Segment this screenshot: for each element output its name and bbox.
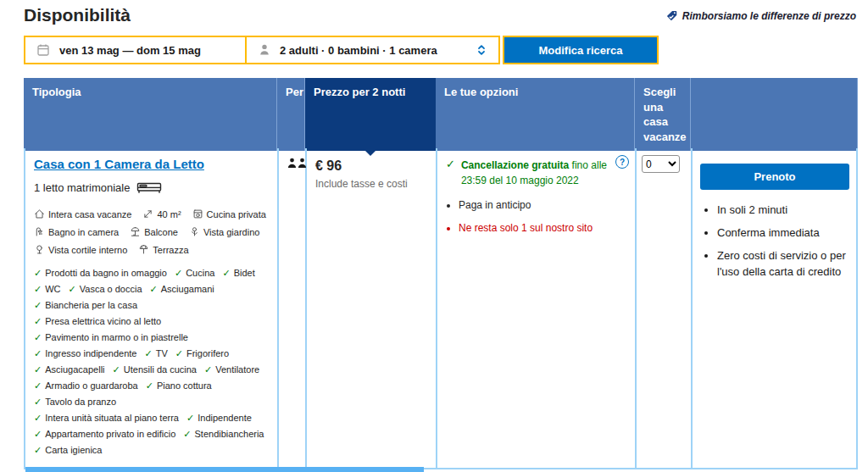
size-icon: [142, 208, 153, 219]
quantity-select[interactable]: 0: [642, 155, 680, 173]
facility-label: 40 m²: [157, 209, 181, 219]
tag-check-icon: [665, 9, 678, 22]
check-icon: ✓: [34, 397, 42, 408]
guest-icon: [298, 158, 307, 461]
amenity-line: ✓Appartamento privato in edificio✓Stendi…: [34, 429, 269, 440]
amenity-line: ✓Biancheria per la casa: [34, 300, 269, 311]
col-header-scegli: Scegli una casa vacanze: [635, 78, 691, 151]
check-icon: ✓: [150, 284, 158, 295]
courtyard-view-icon: [34, 244, 45, 255]
amenity-line: ✓WC✓Vasca o doccia✓Asciugamani: [34, 284, 269, 295]
bathroom-icon: [34, 226, 45, 237]
amenity-label: Asciugacapelli: [45, 364, 104, 375]
check-icon: ✓: [144, 348, 152, 359]
amenity-item: ✓TV: [144, 348, 167, 359]
help-icon[interactable]: ?: [615, 155, 629, 169]
options-cell: ✓ Cancellazione gratuita fino alle 23:59…: [437, 148, 637, 468]
facility-item: Bagno in camera: [34, 226, 119, 237]
room-title-link[interactable]: Casa con 1 Camera da Letto: [34, 157, 204, 171]
amenity-label: Stendibiancheria: [195, 429, 264, 440]
facility-label: Terrazza: [153, 245, 188, 255]
amenity-item: ✓Prodotti da bagno in omaggio: [34, 268, 167, 279]
book-benefit-list: In soli 2 minutiConferma immediataZero c…: [700, 203, 849, 280]
col-header-blank: [691, 78, 858, 151]
amenity-item: ✓Appartamento privato in edificio: [34, 429, 175, 440]
guest-icon: [287, 158, 297, 461]
facility-label: Cucina privata: [207, 209, 266, 219]
option-bullet: Paga in anticipo: [459, 199, 626, 211]
amenity-item: ✓Asciugacapelli: [34, 364, 105, 375]
occupancy-field[interactable]: 2 adulti · 0 bambini · 1 camera: [246, 36, 500, 64]
horizontal-scrollbar-thumb[interactable]: [25, 467, 424, 472]
amenity-item: ✓WC: [34, 284, 61, 295]
col-header-per: Per: [277, 78, 305, 151]
room-row: Casa con 1 Camera da Letto 1 letto matri…: [24, 148, 858, 469]
book-benefit: Zero costi di servizio o per l'uso della…: [717, 248, 849, 279]
price-cell: € 96 Include tasse e costi: [307, 148, 437, 468]
amenity-item: ✓Carta igienica: [34, 445, 102, 456]
book-benefit: In soli 2 minuti: [717, 203, 849, 218]
facility-item: Vista cortile interno: [34, 244, 127, 255]
quantity-cell: 0: [637, 148, 693, 468]
check-icon: ✓: [34, 364, 42, 375]
free-cancellation-row: ✓ Cancellazione gratuita fino alle 23:59…: [446, 158, 626, 188]
amenity-item: ✓Frigorifero: [175, 348, 229, 359]
amenity-label: Appartamento privato in edificio: [45, 429, 175, 440]
amenity-item: ✓Armadio o guardaroba: [34, 380, 138, 391]
price-match-label: Rimborsiamo le differenze di prezzo: [682, 10, 856, 22]
modify-search-button[interactable]: Modifica ricerca: [503, 36, 659, 64]
facility-label: Vista giardino: [203, 227, 259, 237]
amenity-item: ✓Presa elettrica vicino al letto: [34, 316, 161, 327]
date-range-field[interactable]: ven 13 mag — dom 15 mag: [24, 36, 246, 64]
check-icon: ✓: [175, 268, 182, 279]
book-cell: Prenoto In soli 2 minutiConferma immedia…: [693, 148, 858, 468]
page-title: Disponibilità: [24, 5, 131, 25]
book-button[interactable]: Prenoto: [700, 164, 849, 190]
amenity-label: Pavimento in marmo o in piastrelle: [45, 332, 188, 343]
amenity-label: TV: [156, 348, 168, 359]
kitchen-icon: [192, 208, 203, 219]
facility-item: Cucina privata: [192, 208, 266, 219]
option-bullet: Ne resta solo 1 sul nostro sito: [459, 222, 626, 234]
double-bed-icon: [136, 181, 162, 194]
facility-label: Balcone: [144, 227, 178, 237]
amenity-line: ✓Presa elettrica vicino al letto: [34, 316, 269, 327]
facility-item: 40 m²: [142, 208, 181, 219]
amenity-label: Tavolo da pranzo: [45, 397, 116, 408]
terrace-icon: [138, 244, 149, 255]
col-header-prezzo: Prezzo per 2 notti: [305, 78, 436, 151]
search-bar: ven 13 mag — dom 15 mag 2 adulti · 0 bam…: [24, 36, 868, 64]
check-icon: ✓: [204, 364, 212, 375]
table-header-row: Tipologia Per Prezzo per 2 notti Le tue …: [24, 78, 858, 148]
col-header-tipologia: Tipologia: [24, 78, 277, 151]
check-icon: ✓: [446, 158, 455, 188]
date-range-value: ven 13 mag — dom 15 mag: [59, 44, 201, 57]
amenity-line: ✓Prodotti da bagno in omaggio✓Cucina✓Bid…: [34, 268, 269, 279]
check-icon: ✓: [113, 364, 120, 375]
amenity-label: Asciugamani: [161, 284, 214, 295]
check-icon: ✓: [34, 348, 42, 359]
amenity-label: Frigorifero: [186, 348, 229, 359]
free-cancellation-text: Cancellazione gratuita fino alle 23:59 d…: [461, 158, 626, 188]
facility-list: Intera casa vacanze40 m²Cucina privataBa…: [34, 208, 269, 255]
facility-label: Vista cortile interno: [48, 245, 127, 255]
amenity-label: Ventilatore: [215, 364, 259, 375]
amenity-item: ✓Vasca o doccia: [69, 284, 142, 295]
check-icon: ✓: [34, 284, 42, 295]
occupancy-cell: [279, 148, 307, 468]
availability-table: Tipologia Per Prezzo per 2 notti Le tue …: [24, 78, 858, 469]
amenity-item: ✓Pavimento in marmo o in piastrelle: [34, 332, 188, 343]
facility-item: Balcone: [130, 226, 178, 237]
col-header-opzioni: Le tue opzioni: [436, 78, 635, 151]
facility-label: Intera casa vacanze: [48, 209, 131, 219]
price-value: € 96: [315, 158, 427, 174]
amenity-line: ✓Intera unità situata al piano terra✓Ind…: [34, 413, 269, 424]
chevron-updown-icon: [476, 43, 487, 57]
check-icon: ✓: [34, 300, 42, 311]
amenity-line: ✓Carta igienica: [34, 445, 269, 456]
check-icon: ✓: [34, 268, 42, 279]
top-bar: Disponibilità Rimborsiamo le differenze …: [0, 0, 868, 25]
check-icon: ✓: [34, 445, 42, 456]
amenity-line: ✓Ingresso indipendente✓TV✓Frigorifero: [34, 348, 269, 359]
amenity-line: ✓Tavolo da pranzo: [34, 397, 269, 408]
